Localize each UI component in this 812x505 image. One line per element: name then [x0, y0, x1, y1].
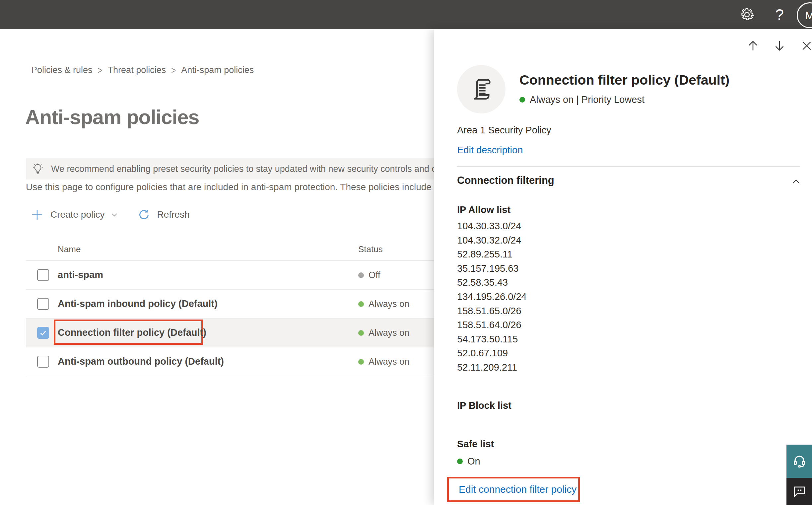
- feedback-button[interactable]: [787, 478, 812, 505]
- chevron-up-icon: [790, 176, 802, 188]
- policy-status: Always on: [358, 299, 409, 309]
- edit-connection-filter-policy-link[interactable]: Edit connection filter policy: [459, 484, 577, 495]
- close-icon: [800, 39, 812, 52]
- table-row[interactable]: Anti-spam inbound policy (Default) Alway…: [26, 290, 434, 319]
- divider: [457, 167, 800, 167]
- section-connection-filtering: Connection filtering: [457, 175, 554, 186]
- policy-description: Area 1 Security Policy: [457, 125, 551, 136]
- arrow-up-icon: [746, 39, 760, 53]
- row-checkbox-checked[interactable]: [37, 327, 49, 339]
- ip-entry: 158.51.64.0/26: [457, 318, 527, 332]
- ip-entry: 104.30.32.0/24: [457, 233, 527, 247]
- breadcrumb-policies-rules[interactable]: Policies & rules: [31, 65, 92, 75]
- close-button[interactable]: [799, 38, 812, 54]
- breadcrumb-threat-policies[interactable]: Threat policies: [108, 65, 166, 75]
- account-avatar[interactable]: M: [797, 2, 812, 28]
- next-item-button[interactable]: [772, 38, 787, 54]
- lightbulb-icon: [31, 162, 44, 176]
- gear-icon: [739, 7, 755, 23]
- breadcrumb: Policies & rules > Threat policies > Ant…: [31, 65, 254, 75]
- chevron-down-icon: [110, 210, 119, 219]
- table-header: Name Status: [26, 236, 434, 261]
- status-dot-on: [358, 359, 364, 365]
- ip-entry: 134.195.26.0/24: [457, 290, 527, 304]
- scroll-icon: [469, 76, 494, 102]
- ip-entry: 54.173.50.115: [457, 332, 527, 346]
- column-header-name[interactable]: Name: [58, 244, 80, 255]
- status-label: Always on: [369, 299, 409, 309]
- ip-entry: 35.157.195.63: [457, 262, 527, 276]
- ip-entry: 52.0.67.109: [457, 346, 527, 360]
- status-dot-on: [358, 301, 364, 307]
- row-checkbox[interactable]: [37, 269, 49, 281]
- row-checkbox[interactable]: [37, 356, 49, 368]
- policy-name[interactable]: Connection filter policy (Default): [58, 327, 206, 338]
- policy-status: Off: [358, 270, 381, 280]
- status-dot-on: [358, 330, 364, 336]
- table-row-selected[interactable]: Connection filter policy (Default) Alway…: [26, 319, 434, 347]
- settings-button[interactable]: [738, 0, 756, 29]
- recommendation-banner: We recommend enabling preset security po…: [26, 158, 434, 179]
- policy-status: Always on: [358, 357, 409, 367]
- status-dot-on: [520, 97, 525, 103]
- policy-name[interactable]: Anti-spam inbound policy (Default): [58, 298, 218, 309]
- breadcrumb-anti-spam-policies[interactable]: Anti-spam policies: [181, 65, 254, 75]
- chevron-right-icon: >: [171, 64, 176, 76]
- policy-status: Always on: [358, 328, 409, 338]
- table-row[interactable]: anti-spam Off: [26, 261, 434, 290]
- flyout-status-line: Always on | Priority Lowest: [520, 94, 644, 105]
- chevron-right-icon: >: [98, 64, 103, 76]
- flyout-title: Connection filter policy (Default): [520, 72, 798, 88]
- status-dot-on: [457, 459, 463, 464]
- ip-entry: 52.11.209.211: [457, 360, 527, 375]
- page-description: Use this page to configure policies that…: [26, 182, 434, 192]
- safe-list-label: Safe list: [457, 439, 494, 450]
- feedback-icon: [792, 484, 806, 498]
- support-button[interactable]: [787, 445, 812, 478]
- top-app-bar: ? M: [0, 0, 812, 29]
- previous-item-button[interactable]: [745, 38, 761, 54]
- headset-icon: [792, 454, 807, 469]
- refresh-label: Refresh: [157, 209, 189, 220]
- avatar-initial: M: [805, 9, 812, 22]
- ip-entry: 104.30.33.0/24: [457, 219, 527, 233]
- status-dot-off: [358, 273, 364, 278]
- row-checkbox[interactable]: [37, 298, 49, 310]
- policy-name[interactable]: Anti-spam outbound policy (Default): [58, 356, 224, 367]
- ip-entry: 158.51.65.0/26: [457, 304, 527, 318]
- column-header-status[interactable]: Status: [358, 244, 383, 255]
- collapse-section-button[interactable]: [789, 175, 803, 188]
- ip-entry: 52.89.255.11: [457, 247, 527, 262]
- status-label: Off: [369, 270, 381, 280]
- help-button[interactable]: ?: [770, 0, 789, 29]
- status-label: Always on: [369, 328, 409, 338]
- ip-entry: 52.58.35.43: [457, 276, 527, 290]
- status-label: Always on: [369, 357, 409, 367]
- banner-text: We recommend enabling preset security po…: [51, 164, 434, 174]
- toolbar: Create policy Refresh: [30, 205, 189, 224]
- create-policy-button[interactable]: Create policy: [30, 208, 119, 221]
- plus-icon: [30, 208, 44, 221]
- screen: ? M Policies & rules > Threat policies >…: [0, 0, 812, 505]
- ip-allow-list-label: IP Allow list: [457, 204, 511, 215]
- annotation-red-box: Edit connection filter policy: [447, 477, 580, 502]
- policies-table: Name Status anti-spam Off Anti-spam inbo…: [26, 236, 434, 376]
- flyout-status-text: Always on | Priority Lowest: [530, 94, 644, 105]
- refresh-icon: [138, 208, 150, 221]
- arrow-down-icon: [773, 39, 787, 53]
- refresh-button[interactable]: Refresh: [138, 208, 189, 221]
- table-row[interactable]: Anti-spam outbound policy (Default) Alwa…: [26, 347, 434, 376]
- policy-details-flyout: Connection filter policy (Default) Alway…: [434, 29, 812, 505]
- page-title: Anti-spam policies: [25, 106, 199, 129]
- create-policy-label: Create policy: [50, 209, 105, 220]
- help-icon: ?: [775, 6, 784, 24]
- policy-icon-circle: [457, 65, 505, 114]
- ip-block-list-label: IP Block list: [457, 400, 512, 411]
- edit-description-link[interactable]: Edit description: [457, 145, 523, 156]
- safe-list-status: On: [457, 456, 480, 467]
- ip-allow-list: 104.30.33.0/24 104.30.32.0/24 52.89.255.…: [457, 219, 527, 375]
- policy-name[interactable]: anti-spam: [58, 270, 103, 280]
- safe-list-status-label: On: [467, 456, 480, 467]
